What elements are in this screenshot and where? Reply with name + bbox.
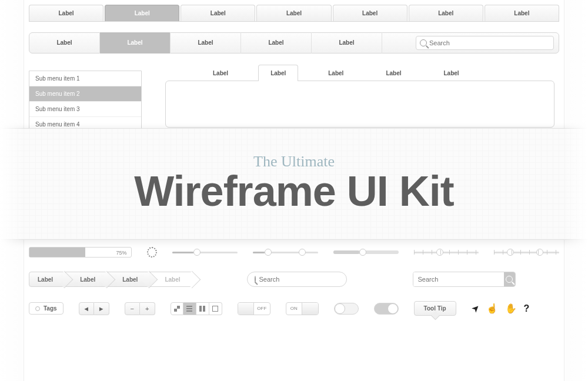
tabs-primary: Label Label Label Label Label Label Labe… [29, 5, 559, 22]
search-box[interactable] [413, 272, 516, 287]
submenu-item-2[interactable]: Sub menu item 2 [29, 86, 141, 102]
submenu-item-3[interactable]: Sub menu item 3 [29, 102, 141, 117]
submenu-item-1[interactable]: Sub menu item 1 [29, 71, 141, 86]
view-list[interactable] [183, 302, 196, 315]
inner-tab-4[interactable]: Label [373, 65, 413, 81]
tab-2[interactable]: Label [105, 5, 179, 21]
spinner-icon [147, 247, 157, 258]
breadcrumb: Label Label Label Label [29, 272, 193, 287]
nav2-item-4[interactable]: Label [241, 32, 312, 54]
inner-tab-2[interactable]: Label [258, 65, 298, 81]
switch-off-label: OFF [254, 303, 270, 315]
inner-tab-1[interactable]: Label [201, 65, 240, 81]
tags-chip[interactable]: Tags [29, 302, 64, 315]
nav2-item-2[interactable]: Label [100, 32, 171, 54]
inner-tab-3[interactable]: Label [316, 65, 356, 81]
hero-title: Wireframe UI Kit [0, 167, 588, 215]
submenu: Sub menu item 1 Sub menu item 2 Sub menu… [29, 71, 142, 133]
crumb-1[interactable]: Label [29, 272, 65, 287]
search-button[interactable] [504, 272, 515, 286]
slider-3[interactable] [333, 248, 399, 257]
inner-tabs-area: Label Label Label Label Label [165, 65, 554, 128]
grid-icon [174, 306, 180, 312]
switch-on-label: ON [286, 303, 302, 315]
nav-secondary: Label Label Label Label Label [29, 32, 559, 54]
columns-icon [199, 306, 205, 312]
view-cols[interactable] [196, 302, 209, 315]
switch-off[interactable]: OFF [238, 302, 270, 315]
slider-2[interactable] [253, 248, 318, 257]
tab-7[interactable]: Label [485, 5, 559, 21]
progress-percent: 75% [116, 248, 126, 258]
toggle-on[interactable] [374, 303, 399, 315]
inner-tab-5[interactable]: Label [432, 65, 472, 81]
nav2-item-1[interactable]: Label [29, 32, 100, 54]
nav-search-input[interactable] [429, 39, 550, 46]
hero-banner: The Ultimate Wireframe UI Kit [0, 128, 588, 240]
tab-3[interactable]: Label [181, 5, 255, 21]
search-pill-input[interactable] [259, 276, 340, 283]
tab-6[interactable]: Label [409, 5, 483, 21]
nav-search[interactable] [416, 36, 554, 50]
search-box-input[interactable] [413, 272, 504, 286]
slider-ticks-2[interactable] [494, 248, 559, 257]
view-mode [171, 302, 222, 315]
toggle-off[interactable] [334, 303, 359, 315]
zoom: − + [125, 302, 155, 315]
progress-bar: 75% [29, 247, 132, 258]
cursor-glyphs: ➤ ☝ ✋ ? [472, 303, 530, 314]
view-grid[interactable] [171, 302, 183, 315]
wide-icon [212, 306, 218, 312]
prev-button[interactable]: ◄ [79, 302, 94, 315]
slider-1[interactable] [172, 248, 238, 257]
tab-1[interactable]: Label [29, 5, 103, 21]
cursor-help-icon: ? [524, 303, 530, 314]
search-icon [255, 276, 256, 283]
tab-5[interactable]: Label [333, 5, 407, 21]
tooltip: Tool Tip [414, 301, 456, 316]
prev-next: ◄ ► [79, 302, 109, 315]
next-button[interactable]: ► [94, 302, 109, 315]
nav2-item-5[interactable]: Label [312, 32, 382, 54]
inner-panel [165, 81, 554, 128]
zoom-out-button[interactable]: − [125, 302, 140, 315]
switch-on[interactable]: ON [286, 302, 319, 315]
view-wide[interactable] [209, 302, 222, 315]
search-pill[interactable] [247, 272, 347, 287]
radio-icon [35, 306, 40, 311]
tags-label: Tags [44, 305, 57, 312]
search-icon [420, 39, 427, 46]
slider-ticks-1[interactable] [414, 248, 479, 257]
nav2-item-3[interactable]: Label [171, 32, 241, 54]
cursor-grab-icon: ✋ [505, 303, 517, 314]
cursor-arrow-icon: ➤ [469, 302, 482, 315]
tab-4[interactable]: Label [256, 5, 331, 21]
cursor-hand-icon: ☝ [486, 303, 498, 314]
list-icon [186, 306, 192, 312]
zoom-in-button[interactable]: + [140, 302, 155, 315]
search-icon [506, 276, 513, 283]
